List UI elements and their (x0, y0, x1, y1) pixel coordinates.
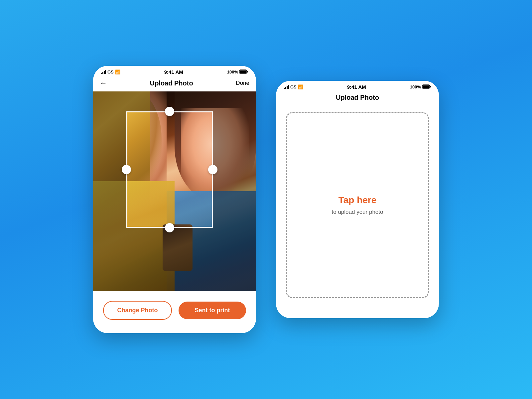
svg-rect-1 (240, 70, 246, 73)
crop-mask-left (93, 111, 126, 228)
carrier-label-right: GS (290, 84, 297, 89)
send-to-print-button[interactable]: Sent to print (179, 302, 246, 319)
svg-rect-4 (423, 85, 429, 88)
crop-mask-right (213, 111, 256, 228)
right-phone: GS 📶 9:41 AM 100% Upload Photo Tap here … (276, 81, 439, 318)
status-left: GS 📶 (101, 69, 120, 74)
svg-rect-5 (430, 86, 431, 87)
back-button[interactable]: ← (100, 79, 107, 87)
crop-mask-bottom (93, 228, 256, 291)
page-title-left: Upload Photo (150, 79, 193, 87)
crop-overlay (126, 111, 213, 228)
nav-bar-right: Upload Photo (276, 91, 439, 105)
crop-mask-top (93, 91, 256, 111)
signal-bars-icon (101, 70, 106, 74)
status-time-left: 9:41 AM (164, 69, 183, 75)
upload-content: Tap here to upload your photo (276, 105, 439, 318)
signal-bars-icon-right (284, 85, 289, 89)
battery-icon-right (422, 84, 431, 90)
action-bar: Change Photo Sent to print (93, 291, 256, 333)
status-bar-right: GS 📶 9:41 AM 100% (276, 81, 439, 91)
page-title-right: Upload Photo (336, 94, 379, 101)
wifi-icon-right: 📶 (298, 84, 303, 89)
nav-bar-left: ← Upload Photo Done (93, 76, 256, 91)
status-time-right: 9:41 AM (347, 84, 366, 90)
tap-here-label: Tap here (338, 195, 377, 205)
carrier-label: GS (107, 69, 114, 74)
battery-percent-right: 100% (410, 84, 421, 89)
crop-handle-top[interactable] (165, 107, 174, 116)
battery-percent-left: 100% (227, 69, 238, 74)
status-left-right: GS 📶 (284, 84, 303, 89)
battery-icon-left (239, 69, 248, 75)
crop-handle-right[interactable] (208, 165, 217, 174)
status-right-left: 100% (227, 69, 248, 75)
status-bar-left: GS 📶 9:41 AM 100% (93, 66, 256, 76)
upload-subtitle: to upload your photo (332, 209, 383, 215)
change-photo-button[interactable]: Change Photo (103, 301, 172, 320)
upload-zone[interactable]: Tap here to upload your photo (286, 112, 429, 298)
crop-handle-bottom[interactable] (165, 223, 174, 232)
photo-container (93, 91, 256, 291)
done-button[interactable]: Done (236, 80, 249, 86)
left-phone: GS 📶 9:41 AM 100% ← Upload Photo Done (93, 66, 256, 333)
svg-rect-2 (247, 71, 248, 72)
status-right-right: 100% (410, 84, 431, 90)
wifi-icon: 📶 (115, 69, 120, 74)
crop-handle-left[interactable] (122, 165, 131, 174)
